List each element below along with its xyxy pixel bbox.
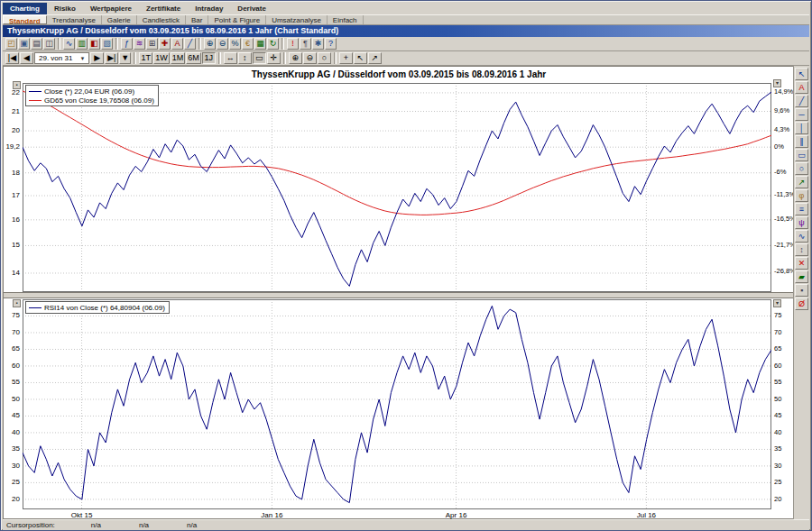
line-chart-button[interactable]: ∿	[63, 38, 75, 50]
period-6-months-button[interactable]: 6M	[186, 52, 201, 64]
chart-list-menu-button[interactable]: ▼	[119, 52, 131, 64]
subtab-trendanalyse[interactable]: Trendanalyse	[47, 15, 102, 24]
gd65-moving-average-line[interactable]	[23, 91, 771, 215]
cursor-cross-icon: +	[341, 53, 351, 63]
area-chart-button[interactable]: ▧	[101, 38, 113, 50]
price-chart-canvas[interactable]	[23, 83, 771, 292]
magnify-reset-button[interactable]: ○	[318, 52, 331, 64]
ruler-tool-button[interactable]: ↕	[795, 243, 808, 256]
menu-tab-intraday[interactable]: Intraday	[188, 3, 230, 14]
lock-tool-button[interactable]: ▪	[795, 284, 808, 297]
last-chart-button[interactable]: ▶|	[105, 52, 118, 64]
help-button[interactable]: ?	[325, 38, 337, 50]
period-day-icon: 1T	[141, 53, 151, 63]
channel-tool-button[interactable]: ∥	[795, 135, 808, 148]
channel-tool-icon: ∥	[796, 136, 807, 147]
zigzag-tool-icon: ∿	[796, 231, 807, 242]
chart-area[interactable]: ThyssenKrupp AG / Düsseldorf vom 03.09.2…	[3, 66, 795, 519]
magnify-plus-icon: ⊕	[291, 53, 300, 63]
eraser-tool-button[interactable]: ✕	[795, 257, 808, 270]
trendline-tool-button[interactable]: ╱	[795, 95, 808, 107]
eraser-tool-icon: ✕	[796, 258, 807, 269]
rectangle-tool-button[interactable]: ▭	[795, 149, 808, 161]
crosshair-tool-button[interactable]: ✚	[159, 38, 171, 50]
scroll-mode-button[interactable]: ✛	[267, 52, 281, 64]
magnify-plus-button[interactable]: ⊕	[289, 52, 302, 64]
cursor-cross-button[interactable]: +	[339, 52, 353, 64]
zoom-window-button[interactable]: ▭	[253, 52, 266, 64]
delete-all-tool-button[interactable]: Ø	[795, 298, 808, 310]
pitchfork-tool-button[interactable]: ψ	[795, 216, 808, 229]
chart-settings-button[interactable]: ✱	[312, 38, 324, 50]
print-chart-button[interactable]: ▤	[31, 38, 42, 50]
fit-height-button[interactable]: ↕	[238, 52, 252, 64]
menu-tab-derivate[interactable]: Derivate	[230, 3, 273, 14]
rsi-panel-properties-button[interactable]: ▪	[13, 299, 21, 307]
panel-splitter[interactable]	[4, 292, 794, 298]
menu-tab-charting[interactable]: Charting	[3, 3, 47, 14]
ellipse-tool-button[interactable]: ○	[795, 162, 808, 175]
candlestick-chart-button[interactable]: ◧	[88, 38, 100, 50]
compare-symbol-button[interactable]: ≋	[134, 38, 145, 50]
news-button[interactable]: ¶	[300, 38, 311, 50]
time-range-icon: ▦	[256, 39, 264, 49]
period-year-button[interactable]: 1J	[202, 52, 216, 64]
subtab-umsatzanalyse[interactable]: Umsatzanalyse	[266, 15, 328, 24]
subtab-einfach[interactable]: Einfach	[328, 15, 364, 24]
time-range-button[interactable]: ▦	[254, 38, 266, 50]
zigzag-tool-button[interactable]: ∿	[795, 230, 808, 243]
chart-window-title: ThyssenKrupp AG / Düsseldorf vom 03.09.2…	[7, 26, 338, 35]
cursor-pointer-button[interactable]: ↖	[354, 52, 367, 64]
arrow-tool-button[interactable]: ↗	[795, 176, 808, 188]
text-tool-button[interactable]: A	[795, 81, 808, 94]
period-month-button[interactable]: 1M	[171, 52, 186, 64]
magnify-minus-button[interactable]: ⊖	[303, 52, 317, 64]
save-chart-button[interactable]: ▣	[18, 38, 30, 50]
next-chart-button[interactable]: ▶	[90, 52, 104, 64]
menu-tab-zertifikate[interactable]: Zertifikate	[139, 3, 188, 14]
text-note-icon: A	[173, 39, 181, 49]
refresh-chart-button[interactable]: ↻	[267, 38, 279, 50]
subtab-candlestick[interactable]: Candlestick	[137, 15, 186, 24]
period-day-button[interactable]: 1T	[139, 52, 152, 64]
alert-button[interactable]: !	[287, 38, 299, 50]
price-panel-properties-button[interactable]: ▪	[13, 81, 21, 89]
zoom-in-button[interactable]: ⊕	[204, 38, 216, 50]
menu-tab-wertpapiere[interactable]: Wertpapiere	[83, 3, 139, 14]
percent-scale-button[interactable]: %	[229, 38, 241, 50]
subtab-standard[interactable]: Standard	[3, 15, 47, 24]
toolbar-separator	[134, 52, 136, 64]
rsi-line[interactable]	[23, 306, 771, 502]
grid-toggle-button[interactable]: ⊞	[146, 38, 158, 50]
zoom-out-button[interactable]: ⊖	[217, 38, 228, 50]
menu-tab-risiko[interactable]: Risiko	[47, 3, 83, 14]
copy-chart-button[interactable]: ◫	[43, 38, 55, 50]
subtab-galerie[interactable]: Galerie	[102, 15, 137, 24]
color-picker-button[interactable]: ▰	[795, 270, 808, 283]
close-price-line[interactable]	[23, 92, 771, 286]
first-chart-button[interactable]: |◀	[5, 52, 19, 64]
open-chart-button[interactable]: ◰	[5, 38, 17, 50]
price-panel-collapse-button[interactable]: ▾	[773, 79, 781, 87]
select-pointer-button[interactable]: ↖	[795, 68, 808, 80]
fit-width-button[interactable]: ↔	[224, 52, 237, 64]
legend-line-swatch	[29, 91, 42, 92]
chart-position-dropdown[interactable]: 29. von 31 ▼	[34, 52, 89, 64]
euro-scale-button[interactable]: €	[242, 38, 254, 50]
rsi-chart-canvas[interactable]	[23, 299, 771, 509]
vertical-line-tool-button[interactable]: │	[795, 122, 808, 134]
subtab-point-figure[interactable]: Point & Figure	[208, 15, 266, 24]
subtab-bar[interactable]: Bar	[186, 15, 208, 24]
rsi-panel-collapse-button[interactable]: ▾	[773, 299, 781, 307]
measure-tool-button[interactable]: ↗	[368, 52, 382, 64]
retracement-tool-button[interactable]: ≡	[795, 203, 808, 215]
horizontal-line-tool-button[interactable]: ─	[795, 108, 808, 121]
trend-line-button[interactable]: ╱	[184, 38, 196, 50]
bar-chart-button[interactable]: ▥	[76, 38, 88, 50]
fibonacci-tool-button[interactable]: φ	[795, 189, 808, 202]
period-week-button[interactable]: 1W	[153, 52, 170, 64]
add-indicator-button[interactable]: ƒ	[121, 38, 133, 50]
rsi-axis-label-right: 35	[774, 445, 795, 453]
text-note-button[interactable]: A	[171, 38, 183, 50]
previous-chart-button[interactable]: ◀	[20, 52, 33, 64]
